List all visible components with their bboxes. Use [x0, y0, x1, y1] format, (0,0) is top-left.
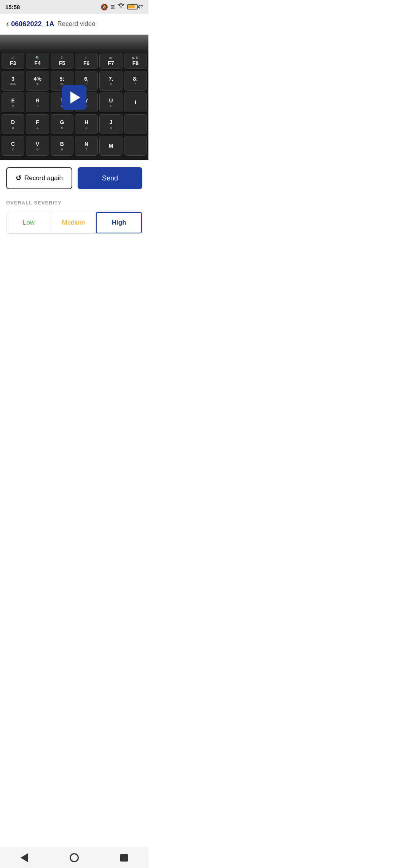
key-blank2 — [124, 136, 147, 156]
key-4: 4%$ — [26, 71, 49, 91]
key-b: Bи — [51, 136, 73, 156]
key-r: Rк — [26, 93, 49, 112]
status-time: 15:58 — [5, 4, 20, 10]
play-button[interactable] — [62, 85, 86, 110]
key-f6: ☾ F6 — [75, 53, 98, 69]
status-bar: 15:58 🔕 ⊠ 77 — [0, 0, 148, 14]
reload-icon: ↺ — [16, 174, 21, 182]
play-icon — [70, 91, 80, 104]
record-again-label: Record again — [24, 174, 63, 182]
key-i: I — [124, 93, 147, 112]
page-title: 06062022_1A — [11, 20, 54, 28]
severity-section: OVERALL SEVERITY Low Medium High — [0, 196, 148, 241]
key-n: Nт — [75, 136, 98, 156]
key-8: 8:* — [124, 71, 147, 91]
key-f: Fа — [26, 114, 49, 134]
key-u: Uг — [99, 93, 122, 112]
keyboard-row-fn: ⊞ F3 🔍 F4 🎙 F5 ☾ F6 ⏮ F7 ▶⏸ F8 — [2, 53, 147, 69]
page-subtitle: Record video — [57, 20, 95, 28]
keyboard-row-zxcv: Cс Vм Bи Nт M — [2, 136, 147, 156]
video-preview[interactable]: ⊞ F3 🔍 F4 🎙 F5 ☾ F6 ⏮ F7 ▶⏸ F8 — [0, 35, 148, 160]
severity-high-label: High — [112, 219, 126, 226]
key-f8: ▶⏸ F8 — [124, 53, 147, 69]
battery-indicator: 77 — [127, 4, 143, 10]
key-f4: 🔍 F4 — [26, 53, 49, 69]
header: ‹ 06062022_1A Record video — [0, 14, 148, 35]
severity-high-button[interactable]: High — [96, 212, 142, 233]
key-j: Jо — [99, 114, 122, 134]
severity-low-button[interactable]: Low — [6, 212, 51, 233]
battery-percent: 77 — [139, 5, 143, 9]
keyboard-row-asdf: Dв Fа Gп Hр Jо — [2, 114, 147, 134]
key-g: Gп — [51, 114, 73, 134]
key-7: 7.& — [99, 71, 122, 91]
key-3: 3#№ — [2, 71, 24, 91]
key-d: Dв — [2, 114, 24, 134]
send-label: Send — [102, 174, 118, 182]
action-buttons: ↺ Record again Send — [0, 160, 148, 196]
key-v: Vм — [26, 136, 49, 156]
key-f7: ⏮ F7 — [99, 53, 122, 69]
key-f5: 🎙 F5 — [51, 53, 73, 69]
key-f3: ⊞ F3 — [2, 53, 24, 69]
notification-icon: 🔕 — [100, 3, 108, 11]
severity-section-label: OVERALL SEVERITY — [6, 200, 142, 206]
severity-medium-button[interactable]: Medium — [51, 212, 96, 233]
key-e: Eу — [2, 93, 24, 112]
key-m: M — [99, 136, 122, 156]
key-blank1 — [124, 114, 147, 134]
sim-icon: ⊠ — [110, 4, 115, 10]
severity-medium-label: Medium — [62, 219, 85, 226]
severity-options: Low Medium High — [6, 212, 142, 234]
send-button[interactable]: Send — [78, 167, 142, 189]
status-icons: 🔕 ⊠ 77 — [100, 3, 143, 11]
severity-low-label: Low — [23, 219, 35, 226]
key-h: Hр — [75, 114, 98, 134]
wifi-icon — [117, 3, 125, 10]
record-again-button[interactable]: ↺ Record again — [6, 167, 72, 189]
key-c: Cс — [2, 136, 24, 156]
back-button[interactable]: ‹ — [6, 19, 9, 29]
